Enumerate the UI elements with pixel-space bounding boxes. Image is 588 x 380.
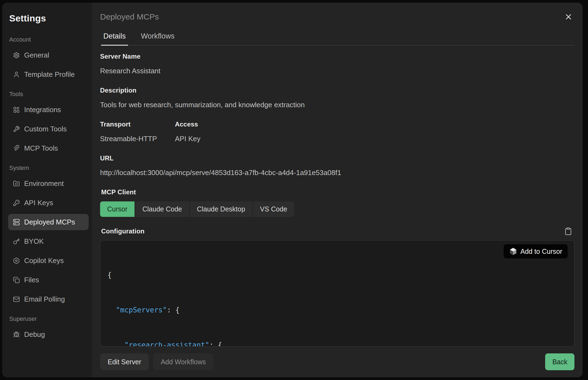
url-label: URL (100, 154, 574, 162)
sidebar-item-debug[interactable]: Debug (8, 326, 89, 343)
hexagon-target-icon (13, 257, 20, 264)
settings-modal: Settings Account General Template Profil… (2, 3, 583, 377)
sidebar-item-label: API Keys (24, 199, 53, 207)
mcp-client-label: MCP Client (101, 188, 574, 196)
section-header-account: Account (9, 36, 89, 43)
configuration-code-block[interactable]: { "mcpServers": { "research-assistant": … (100, 240, 574, 347)
user-icon (13, 71, 20, 78)
tab-bar: Details Workflows (100, 30, 574, 46)
details-content: Server Name Research Assistant Descripti… (100, 53, 574, 347)
sidebar-item-api-keys[interactable]: API Keys (8, 195, 89, 211)
sidebar-item-label: Copilot Keys (24, 256, 64, 265)
transport-value: Streamable-HTTP (100, 135, 175, 143)
key-round-icon (13, 199, 20, 206)
sidebar-item-label: Files (24, 276, 39, 284)
wrench-icon (13, 126, 20, 132)
transport-field: Transport Streamable-HTTP (100, 121, 175, 143)
sidebar-item-general[interactable]: General (8, 47, 89, 63)
client-cursor-button[interactable]: Cursor (100, 201, 135, 217)
sidebar-item-deployed-mcps[interactable]: Deployed MCPs (8, 214, 89, 230)
sidebar-item-label: Debug (24, 330, 45, 339)
section-header-system: System (9, 164, 89, 172)
access-value: API Key (175, 135, 200, 143)
add-workflows-button[interactable]: Add Workflows (153, 353, 213, 370)
section-header-superuser: Superuser (9, 315, 89, 322)
copy-pages-icon (13, 277, 20, 283)
tab-details[interactable]: Details (101, 30, 128, 46)
server-icon (13, 219, 20, 226)
sidebar-item-files[interactable]: Files (8, 272, 89, 288)
sidebar-item-template-profile[interactable]: Template Profile (8, 66, 89, 83)
settings-title: Settings (9, 13, 89, 24)
sidebar-item-label: MCP Tools (24, 144, 58, 153)
sidebar-item-label: Template Profile (24, 70, 75, 79)
client-claude-desktop-button[interactable]: Claude Desktop (190, 201, 252, 217)
sidebar-item-custom-tools[interactable]: Custom Tools (8, 121, 89, 137)
blocks-icon (13, 106, 20, 113)
description-label: Description (100, 87, 574, 94)
server-name-field: Server Name Research Assistant (100, 53, 574, 75)
sidebar-item-byok[interactable]: BYOK (8, 233, 89, 249)
server-name-label: Server Name (100, 53, 574, 60)
client-claude-code-button[interactable]: Claude Code (135, 201, 189, 217)
key-icon (13, 238, 20, 245)
configuration-label: Configuration (101, 227, 145, 235)
mcp-icon (13, 145, 20, 152)
cursor-logo-icon (509, 247, 517, 255)
transport-label: Transport (100, 121, 175, 128)
folder-code-icon (13, 180, 20, 187)
add-to-cursor-label: Add to Cursor (520, 248, 562, 255)
main-panel: Deployed MCPs Details Workflows Server N… (92, 3, 583, 377)
sidebar-item-copilot-keys[interactable]: Copilot Keys (8, 252, 89, 269)
url-field: URL http://localhost:3000/api/mcp/serve/… (100, 154, 574, 177)
transport-access-row: Transport Streamable-HTTP Access API Key (100, 121, 574, 143)
sidebar-item-email-polling[interactable]: Email Polling (8, 291, 89, 307)
add-to-cursor-button[interactable]: Add to Cursor (504, 244, 568, 258)
sidebar-item-integrations[interactable]: Integrations (8, 102, 89, 118)
access-label: Access (175, 121, 200, 128)
close-button[interactable] (563, 11, 574, 23)
description-value: Tools for web research, summarization, a… (100, 101, 574, 109)
url-value: http://localhost:3000/api/mcp/serve/4853… (100, 169, 574, 177)
edit-server-button[interactable]: Edit Server (100, 353, 149, 370)
mcp-client-section: MCP Client Cursor Claude Code Claude Des… (100, 188, 574, 217)
mail-icon (13, 296, 20, 303)
client-vs-code-button[interactable]: VS Code (253, 201, 294, 217)
mcp-client-segmented-control: Cursor Claude Code Claude Desktop VS Cod… (100, 201, 574, 217)
tab-workflows[interactable]: Workflows (139, 30, 177, 45)
copy-button[interactable] (564, 227, 572, 235)
sidebar-item-label: Environment (24, 179, 64, 188)
sidebar-item-mcp-tools[interactable]: MCP Tools (8, 140, 89, 156)
sidebar-item-label: BYOK (24, 237, 44, 246)
sidebar: Settings Account General Template Profil… (2, 3, 92, 377)
sidebar-item-label: Deployed MCPs (24, 218, 75, 226)
panel-header: Deployed MCPs (100, 11, 574, 23)
section-header-tools: Tools (9, 91, 89, 98)
back-button[interactable]: Back (545, 353, 574, 370)
sidebar-item-label: General (24, 51, 49, 59)
footer-bar: Edit Server Add Workflows Back (100, 349, 574, 370)
sidebar-item-label: Integrations (24, 106, 61, 114)
bug-icon (13, 331, 20, 338)
access-field: Access API Key (175, 121, 200, 143)
description-field: Description Tools for web research, summ… (100, 87, 574, 109)
panel-title: Deployed MCPs (100, 12, 159, 21)
clipboard-icon (564, 227, 572, 235)
configuration-json: { "mcpServers": { "research-assistant": … (107, 246, 574, 347)
configuration-header-row: Configuration (100, 227, 574, 235)
close-icon (564, 12, 573, 21)
sidebar-item-label: Email Polling (24, 295, 65, 303)
gear-icon (13, 52, 20, 59)
sidebar-item-environment[interactable]: Environment (8, 175, 89, 192)
server-name-value: Research Assistant (100, 67, 574, 75)
sidebar-item-label: Custom Tools (24, 125, 67, 133)
